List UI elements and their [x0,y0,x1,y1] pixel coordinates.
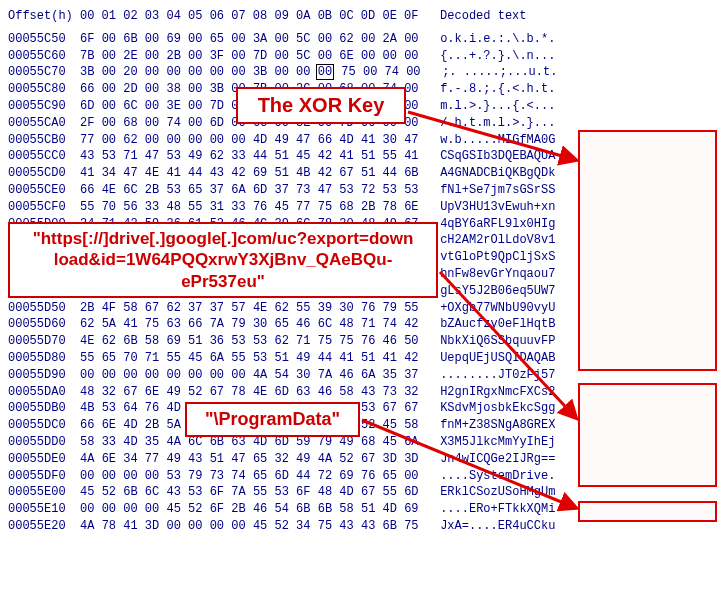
hex-row: 00055D70 4E 62 6B 58 69 51 36 53 53 62 7… [8,333,720,350]
hex-byte: 00 [102,368,116,382]
hex-byte: 43 [80,149,94,163]
hex-byte: 00 [102,32,116,46]
hex-byte: 6B [296,502,310,516]
decoded-text: +OXgb77WNbU90vyU [419,301,556,315]
hex-byte: 63 [231,435,245,449]
hex-byte: 69 [253,166,267,180]
hex-byte: 53 [102,401,116,415]
hex-byte: 67 [361,485,375,499]
hex-byte: 00 [363,65,377,79]
hex-byte: 20 [123,65,137,79]
hex-byte: 00 [145,368,159,382]
hex-byte: 48 [339,317,353,331]
hex-byte: 45 [253,519,267,533]
hex-byte: 30 [253,317,267,331]
hex-byte: 5A [102,317,116,331]
hex-byte: 79 [383,301,397,315]
hex-byte: 00 [145,502,159,516]
hex-row: 00055E00 45 52 6B 6C 43 53 6F 7A 55 53 6… [8,484,720,501]
hex-byte: 62 [166,301,180,315]
decoded-text: NbkXiQ6SSbquuvFP [419,334,556,348]
hex-byte: 67 [361,452,375,466]
hex-byte: 7B [80,49,94,63]
hex-byte: 00 [166,368,180,382]
offset-cell: 00055DD0 [8,435,80,449]
hex-byte: 62 [102,334,116,348]
hex-byte: 66 [80,183,94,197]
hex-byte: 2B [361,200,375,214]
hex-byte: 53 [166,183,180,197]
offset-cell: 00055C90 [8,99,80,113]
hex-byte: 58 [145,334,159,348]
hex-byte: 47 [404,133,418,147]
hex-byte: 7D [253,49,267,63]
hex-byte: 65 [188,183,202,197]
hex-byte: 34 [102,166,116,180]
offset-cell: 00055DA0 [8,385,80,399]
hex-byte: 67 [123,385,137,399]
hex-byte: 46 [296,317,310,331]
hex-byte: 48 [166,200,180,214]
hex-byte: 41 [166,166,180,180]
hex-byte: 52 [275,519,289,533]
hex-byte: 3D [404,452,418,466]
hex-row: 00055DE0 4A 6E 34 77 49 43 51 47 65 32 4… [8,451,720,468]
hex-byte: 47 [296,133,310,147]
hex-byte: 51 [361,502,375,516]
hex-byte: 00 [145,99,159,113]
hex-byte: 42 [318,166,332,180]
hex-byte: 45 [383,435,397,449]
decoded-text: fNl+Se7jm7sGSrSS [419,183,556,197]
hex-byte: 63 [166,317,180,331]
hex-byte: 00 [188,519,202,533]
hex-byte: 58 [123,301,137,315]
hex-byte: 53 [102,149,116,163]
hex-byte: 00 [318,49,332,63]
hex-row: 00055D50 2B 4F 58 67 62 37 37 57 4E 62 5… [8,300,720,317]
hex-byte: 76 [361,469,375,483]
hex-byte: 00 [188,99,202,113]
offset-cell: 00055DC0 [8,418,80,432]
hex-byte: 4D [123,418,137,432]
offset-cell: 00055CC0 [8,149,80,163]
hex-byte: 42 [404,351,418,365]
hex-byte: 32 [102,385,116,399]
hex-byte: 00 [210,368,224,382]
hex-byte: 55 [383,149,397,163]
hex-byte: 00 [102,502,116,516]
hex-byte: 72 [361,183,375,197]
hex-byte: 00 [145,116,159,130]
hex-byte: 3B [80,65,94,79]
callout-drive-url: "https[://]drive[.]google[.]com/uc?expor… [8,222,438,298]
hex-byte: 4B [80,401,94,415]
hex-byte: 55 [296,301,310,315]
hex-byte: 45 [275,200,289,214]
offset-cell: 00055D70 [8,334,80,348]
hex-byte: 68 [123,116,137,130]
hex-byte: 51 [361,166,375,180]
hex-row: 00055E20 4A 78 41 3D 00 00 00 00 45 52 3… [8,518,720,535]
hex-header: Offset(h) 00 01 02 03 04 05 06 07 08 09 … [8,8,720,25]
hex-byte: 58 [339,385,353,399]
hex-byte: 2B [166,49,180,63]
hex-byte: 00 [102,133,116,147]
hex-byte: 74 [385,65,399,79]
hex-byte: 33 [231,200,245,214]
hex-byte: 66 [188,317,202,331]
hex-byte: 75 [318,334,332,348]
hex-row: 00055C70 3B 00 20 00 00 00 00 00 3B 00 0… [8,64,720,81]
decoded-text: X3M5JlkcMmYyIhEj [419,435,556,449]
hex-byte: 00 [145,32,159,46]
decoded-text: {...+.?.}.\.n... [419,49,556,63]
hex-byte: 53 [231,334,245,348]
hex-byte: 71 [123,149,137,163]
offset-cell: 00055E10 [8,502,80,516]
hex-byte: 00 [275,49,289,63]
hex-byte: 44 [253,149,267,163]
hex-byte: 58 [339,502,353,516]
hex-byte: 6B [123,334,137,348]
hex-byte: 49 [188,149,202,163]
hex-byte: 00 [123,469,137,483]
hex-byte: 00 [102,65,116,79]
hex-byte: 66 [318,133,332,147]
